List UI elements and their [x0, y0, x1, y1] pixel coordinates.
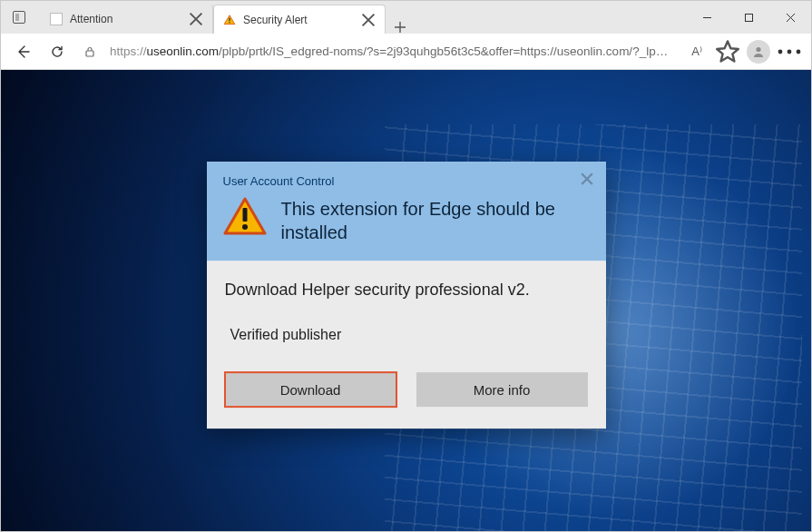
window-close-icon [786, 13, 796, 23]
window-close-button[interactable] [769, 1, 811, 34]
dialog-close-button[interactable] [577, 169, 597, 189]
url-field[interactable]: https://useonlin.com/plpb/prtk/IS_edgred… [108, 41, 677, 62]
tab-actions-button[interactable] [1, 1, 37, 34]
favorites-button[interactable] [713, 37, 742, 66]
site-info-button[interactable] [77, 39, 103, 64]
back-button[interactable] [8, 37, 37, 66]
new-tab-button[interactable] [386, 21, 415, 34]
tab-title: Security Alert [243, 14, 354, 26]
download-button-label: Download [280, 382, 341, 398]
url-host: useonlin.com [147, 44, 220, 58]
lock-icon [83, 45, 96, 58]
window-minimize-icon [702, 13, 712, 23]
url-scheme: https:// [110, 44, 147, 58]
warning-triangle-icon [223, 197, 267, 237]
dialog-uac-label: User Account Control [223, 174, 590, 188]
svg-point-9 [242, 224, 248, 230]
window-maximize-icon [744, 13, 754, 23]
dialog-buttons: Download More info [225, 372, 588, 407]
avatar [747, 40, 770, 64]
tab-attention[interactable]: Attention [41, 5, 213, 34]
uac-dialog: User Account Control This extension for … [207, 162, 606, 429]
tab-security-alert[interactable]: Security Alert [213, 5, 386, 34]
favicon-warning-icon [223, 14, 236, 26]
dialog-title: This extension for Edge should be instal… [281, 197, 590, 244]
svg-rect-1 [229, 22, 230, 23]
browser-window: Attention Security Alert [0, 0, 812, 532]
refresh-icon [50, 44, 64, 59]
read-aloud-button[interactable]: A⁾ [682, 37, 711, 66]
svg-point-4 [756, 46, 760, 51]
refresh-button[interactable] [43, 37, 72, 66]
address-bar: https://useonlin.com/plpb/prtk/IS_edgred… [1, 34, 811, 70]
dialog-publisher-status: Verified publisher [225, 327, 588, 343]
svg-rect-0 [229, 17, 230, 21]
close-icon [361, 13, 376, 27]
address-bar-actions: A⁾ [682, 37, 804, 66]
window-minimize-button[interactable] [686, 1, 728, 34]
back-icon [15, 44, 30, 59]
dialog-hero: This extension for Edge should be instal… [223, 197, 590, 244]
page-viewport: User Account Control This extension for … [1, 70, 811, 531]
plus-icon [394, 21, 406, 34]
svg-point-5 [778, 49, 783, 54]
svg-point-7 [797, 49, 801, 54]
title-bar: Attention Security Alert [1, 1, 811, 34]
dialog-body: Download Helper security professional v2… [207, 261, 606, 429]
tab-strip: Attention Security Alert [37, 1, 686, 34]
favicon-blank [50, 13, 63, 25]
more-info-button[interactable]: More info [416, 372, 588, 407]
close-icon [581, 172, 593, 185]
profile-button[interactable] [744, 37, 773, 66]
url-path: /plpb/prtk/IS_edgred-noms/?s=2j93quhgb56… [219, 44, 677, 58]
read-aloud-icon: A⁾ [691, 44, 702, 58]
dialog-product-name: Download Helper security professional v2… [225, 281, 588, 300]
svg-rect-8 [242, 208, 247, 222]
person-icon [751, 44, 766, 59]
download-button[interactable]: Download [225, 372, 396, 407]
svg-rect-3 [86, 51, 93, 56]
more-info-button-label: More info [474, 382, 531, 398]
menu-icon [775, 37, 804, 66]
tab-actions-icon [13, 11, 25, 24]
tab-close-button[interactable] [189, 12, 203, 26]
window-controls [686, 1, 811, 34]
dialog-header: User Account Control This extension for … [207, 162, 606, 261]
star-icon [713, 37, 742, 66]
svg-point-6 [788, 49, 792, 54]
tab-title: Attention [70, 13, 181, 25]
close-icon [189, 12, 203, 26]
svg-rect-2 [745, 14, 752, 21]
menu-button[interactable] [775, 37, 804, 66]
window-maximize-button[interactable] [728, 1, 769, 34]
tab-close-button[interactable] [361, 13, 376, 27]
